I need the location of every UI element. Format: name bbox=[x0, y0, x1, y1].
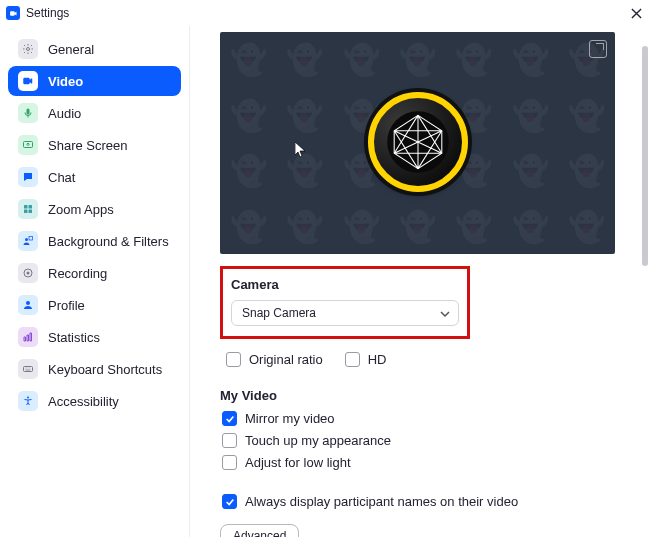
audio-icon bbox=[18, 103, 38, 123]
sidebar-item-label: General bbox=[48, 42, 94, 57]
title-bar: Settings bbox=[0, 0, 650, 26]
display-participant-names-option[interactable]: Always display participant names on thei… bbox=[220, 494, 632, 509]
adjust-low-light-label: Adjust for low light bbox=[245, 455, 351, 470]
adjust-low-light-option[interactable]: Adjust for low light bbox=[220, 455, 632, 470]
hd-option[interactable]: HD bbox=[343, 352, 387, 367]
window-title: Settings bbox=[26, 6, 69, 20]
app-icon bbox=[6, 6, 20, 20]
camera-dropdown[interactable]: Snap Camera bbox=[231, 300, 459, 326]
advanced-button-label: Advanced bbox=[233, 529, 286, 537]
settings-panel-video: 👻👻👻👻👻👻👻 👻👻👻👻👻👻👻 👻👻👻👻👻👻👻 👻👻👻👻👻👻👻 bbox=[190, 26, 650, 537]
original-ratio-option[interactable]: Original ratio bbox=[224, 352, 323, 367]
stats-icon bbox=[18, 327, 38, 347]
checkbox-checked-icon bbox=[222, 494, 237, 509]
sidebar-item-label: Statistics bbox=[48, 330, 100, 345]
camera-heading: Camera bbox=[231, 277, 459, 292]
svg-point-10 bbox=[26, 301, 30, 305]
sidebar-item-label: Accessibility bbox=[48, 394, 119, 409]
original-ratio-label: Original ratio bbox=[249, 352, 323, 367]
scrollbar[interactable] bbox=[640, 26, 650, 537]
camera-preview: 👻👻👻👻👻👻👻 👻👻👻👻👻👻👻 👻👻👻👻👻👻👻 👻👻👻👻👻👻👻 bbox=[220, 32, 615, 254]
svg-rect-11 bbox=[24, 367, 33, 372]
svg-rect-2 bbox=[24, 205, 28, 209]
hd-label: HD bbox=[368, 352, 387, 367]
sidebar-item-label: Zoom Apps bbox=[48, 202, 114, 217]
checkbox-unchecked-icon bbox=[226, 352, 241, 367]
chevron-down-icon bbox=[440, 310, 450, 318]
mirror-my-video-option[interactable]: Mirror my video bbox=[220, 411, 632, 426]
access-icon bbox=[18, 391, 38, 411]
touch-up-appearance-option[interactable]: Touch up my appearance bbox=[220, 433, 632, 448]
video-icon bbox=[18, 71, 38, 91]
sidebar-item-keyboard-shortcuts[interactable]: Keyboard Shortcuts bbox=[8, 354, 181, 384]
chat-icon bbox=[18, 167, 38, 187]
svg-rect-3 bbox=[29, 205, 33, 209]
svg-rect-7 bbox=[29, 237, 33, 241]
sidebar-item-background-filters[interactable]: Background & Filters bbox=[8, 226, 181, 256]
sidebar-item-video[interactable]: Video bbox=[8, 66, 181, 96]
keyboard-icon bbox=[18, 359, 38, 379]
sidebar-item-label: Chat bbox=[48, 170, 75, 185]
apps-icon bbox=[18, 199, 38, 219]
popout-icon[interactable] bbox=[589, 40, 607, 58]
sidebar-item-label: Keyboard Shortcuts bbox=[48, 362, 162, 377]
sidebar-item-zoom-apps[interactable]: Zoom Apps bbox=[8, 194, 181, 224]
gear-icon bbox=[18, 39, 38, 59]
sidebar-item-recording[interactable]: Recording bbox=[8, 258, 181, 288]
camera-section-highlight: Camera Snap Camera bbox=[220, 266, 470, 339]
svg-point-12 bbox=[27, 397, 29, 399]
sidebar-item-chat[interactable]: Chat bbox=[8, 162, 181, 192]
checkbox-unchecked-icon bbox=[345, 352, 360, 367]
svg-rect-4 bbox=[24, 210, 28, 214]
checkbox-checked-icon bbox=[222, 411, 237, 426]
advanced-button[interactable]: Advanced bbox=[220, 524, 299, 537]
sidebar-item-label: Profile bbox=[48, 298, 85, 313]
sidebar-item-audio[interactable]: Audio bbox=[8, 98, 181, 128]
sidebar-item-general[interactable]: General bbox=[8, 34, 181, 64]
sidebar-item-label: Audio bbox=[48, 106, 81, 121]
sidebar-item-accessibility[interactable]: Accessibility bbox=[8, 386, 181, 416]
svg-point-9 bbox=[27, 272, 30, 275]
record-icon bbox=[18, 263, 38, 283]
sidebar-item-label: Video bbox=[48, 74, 83, 89]
svg-point-0 bbox=[27, 48, 30, 51]
camera-dropdown-selected: Snap Camera bbox=[242, 306, 316, 320]
settings-sidebar: General Video Audio Share Screen Chat bbox=[0, 26, 190, 537]
sidebar-item-label: Background & Filters bbox=[48, 234, 169, 249]
touch-up-appearance-label: Touch up my appearance bbox=[245, 433, 391, 448]
bg-icon bbox=[18, 231, 38, 251]
cursor-icon bbox=[295, 142, 307, 158]
svg-point-6 bbox=[25, 238, 28, 241]
profile-icon bbox=[18, 295, 38, 315]
mirror-my-video-label: Mirror my video bbox=[245, 411, 335, 426]
snap-camera-lens-graphic bbox=[368, 92, 468, 192]
checkbox-unchecked-icon bbox=[222, 455, 237, 470]
share-icon bbox=[18, 135, 38, 155]
display-participant-names-label: Always display participant names on thei… bbox=[245, 494, 518, 509]
my-video-heading: My Video bbox=[220, 388, 632, 403]
sidebar-item-statistics[interactable]: Statistics bbox=[8, 322, 181, 352]
sidebar-item-profile[interactable]: Profile bbox=[8, 290, 181, 320]
svg-rect-5 bbox=[29, 210, 33, 214]
sidebar-item-label: Recording bbox=[48, 266, 107, 281]
sidebar-item-label: Share Screen bbox=[48, 138, 128, 153]
checkbox-unchecked-icon bbox=[222, 433, 237, 448]
sidebar-item-share-screen[interactable]: Share Screen bbox=[8, 130, 181, 160]
close-button[interactable] bbox=[628, 5, 644, 21]
